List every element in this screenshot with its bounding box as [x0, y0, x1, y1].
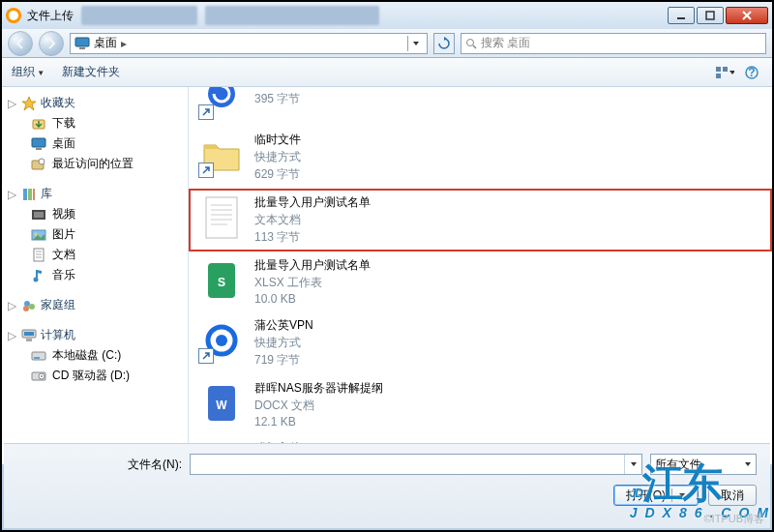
svg-rect-5: [79, 47, 85, 49]
help-button[interactable]: ?: [741, 63, 762, 82]
new-folder-button[interactable]: 新建文件夹: [62, 64, 120, 80]
svg-rect-19: [28, 189, 32, 200]
file-name: 群晖NAS服务器讲解提纲: [254, 380, 383, 397]
homegroup-icon: [21, 298, 37, 313]
open-button[interactable]: 打开(O): [613, 485, 699, 506]
address-dropdown[interactable]: [407, 36, 423, 51]
minimize-button[interactable]: [668, 7, 695, 24]
chevron-down-icon: [678, 491, 686, 499]
file-item[interactable]: W群晖NAS服务器讲解提纲DOCX 文档12.1 KB: [189, 374, 772, 434]
file-icon: [198, 317, 245, 364]
expand-icon: ▷: [8, 97, 17, 110]
svg-rect-15: [36, 148, 42, 150]
address-bar[interactable]: 桌面 ▸: [70, 33, 428, 54]
credit-text: ©ITPUB博客: [704, 512, 765, 526]
file-size: 113 字节: [254, 229, 371, 246]
file-name: 临时文件: [254, 132, 301, 148]
cancel-button[interactable]: 取消: [708, 485, 757, 506]
sidebar-item-videos[interactable]: 视频: [2, 204, 188, 224]
sidebar-item-desktop[interactable]: 桌面: [2, 133, 188, 154]
svg-rect-35: [26, 339, 32, 341]
drive-icon: [31, 348, 46, 364]
sidebar-homegroup-label: 家庭组: [41, 297, 75, 313]
file-item[interactable]: 快捷方式395 字节: [189, 87, 772, 126]
svg-text:W: W: [216, 399, 227, 412]
file-name: 批量导入用户测试名单: [254, 257, 371, 274]
address-location: 桌面: [94, 35, 117, 51]
sidebar-libraries[interactable]: ▷ 库: [2, 184, 188, 204]
svg-rect-34: [24, 332, 34, 336]
file-icon: S: [198, 257, 245, 304]
file-list[interactable]: 快捷方式395 字节临时文件快捷方式629 字节批量导入用户测试名单文本文档11…: [189, 87, 772, 464]
sidebar-item-downloads[interactable]: 下载: [2, 113, 188, 133]
cancel-button-label: 取消: [721, 488, 744, 504]
filename-label: 文件名(N):: [17, 457, 182, 473]
libraries-icon: [21, 187, 37, 202]
sidebar-item-drive-c[interactable]: 本地磁盘 (C:): [2, 345, 188, 366]
file-icon: [198, 132, 245, 178]
pictures-icon: [31, 227, 46, 243]
chevron-down-icon: [744, 460, 752, 468]
svg-rect-10: [716, 74, 721, 78]
svg-point-32: [23, 306, 29, 311]
file-icon: [198, 87, 245, 120]
filename-input[interactable]: [191, 455, 624, 474]
recent-icon: [31, 157, 46, 172]
svg-rect-37: [34, 357, 40, 359]
file-type: 快捷方式: [254, 149, 301, 165]
expand-icon: ▷: [8, 329, 17, 342]
view-options-button[interactable]: [714, 63, 735, 82]
refresh-button[interactable]: [433, 33, 455, 54]
filter-label: 所有文件: [655, 457, 701, 473]
cd-icon: [31, 369, 46, 384]
file-name: 批量导入用户测试名单: [254, 194, 371, 211]
sidebar-libraries-label: 库: [41, 186, 52, 202]
sidebar-favorites[interactable]: ▷ 收藏夹: [2, 93, 188, 113]
svg-rect-18: [23, 189, 27, 200]
open-button-label: 打开(O): [626, 488, 666, 504]
file-item[interactable]: 批量导入用户测试名单文本文档113 字节: [189, 189, 772, 251]
file-type-filter[interactable]: 所有文件: [650, 454, 757, 475]
file-icon: [198, 194, 245, 241]
sidebar-item-recent[interactable]: 最近访问的位置: [2, 154, 188, 174]
shortcut-overlay-icon: [198, 104, 214, 120]
file-type: XLSX 工作表: [254, 275, 371, 291]
svg-point-24: [35, 232, 38, 235]
svg-point-51: [216, 335, 227, 346]
svg-point-29: [34, 277, 39, 281]
file-item[interactable]: S批量导入用户测试名单XLSX 工作表10.0 KB: [189, 251, 772, 311]
sidebar-item-documents[interactable]: 文档: [2, 245, 188, 265]
sidebar-item-pictures[interactable]: 图片: [2, 224, 188, 245]
file-item[interactable]: 蒲公英VPN快捷方式719 字节: [189, 311, 772, 374]
file-item[interactable]: 临时文件快捷方式629 字节: [189, 126, 772, 189]
svg-line-7: [473, 45, 476, 48]
navigation-pane[interactable]: ▷ 收藏夹 下载 桌面 最近访问的位置 ▷ 库 视频 图片 文档 音乐: [2, 87, 189, 464]
filename-dropdown[interactable]: [624, 455, 641, 474]
expand-icon: ▷: [8, 299, 17, 312]
filename-combo[interactable]: [190, 454, 642, 475]
expand-icon: ▷: [8, 188, 17, 201]
search-placeholder: 搜索 桌面: [481, 35, 530, 51]
documents-icon: [31, 248, 46, 263]
sidebar-item-drive-d[interactable]: CD 驱动器 (D:): [2, 366, 188, 386]
search-box[interactable]: 搜索 桌面: [461, 33, 766, 54]
sidebar-homegroup[interactable]: ▷ 家庭组: [2, 295, 188, 315]
organize-menu[interactable]: 组织: [12, 64, 45, 80]
sidebar-computer[interactable]: ▷ 计算机: [2, 325, 188, 345]
back-button[interactable]: [8, 31, 33, 56]
sidebar-item-music[interactable]: 音乐: [2, 265, 188, 285]
file-type: 快捷方式: [254, 87, 301, 90]
close-button[interactable]: [726, 7, 768, 24]
svg-rect-1: [706, 12, 714, 19]
svg-text:?: ?: [748, 66, 755, 79]
svg-point-30: [24, 301, 30, 307]
svg-point-17: [39, 159, 45, 164]
svg-rect-20: [33, 189, 35, 200]
file-size: 395 字节: [254, 91, 301, 107]
music-icon: [31, 268, 46, 283]
forward-button[interactable]: [39, 31, 64, 56]
breadcrumb-separator[interactable]: ▸: [121, 37, 127, 50]
maximize-button[interactable]: [697, 7, 724, 24]
shortcut-overlay-icon: [198, 163, 214, 178]
file-icon: W: [198, 380, 245, 427]
